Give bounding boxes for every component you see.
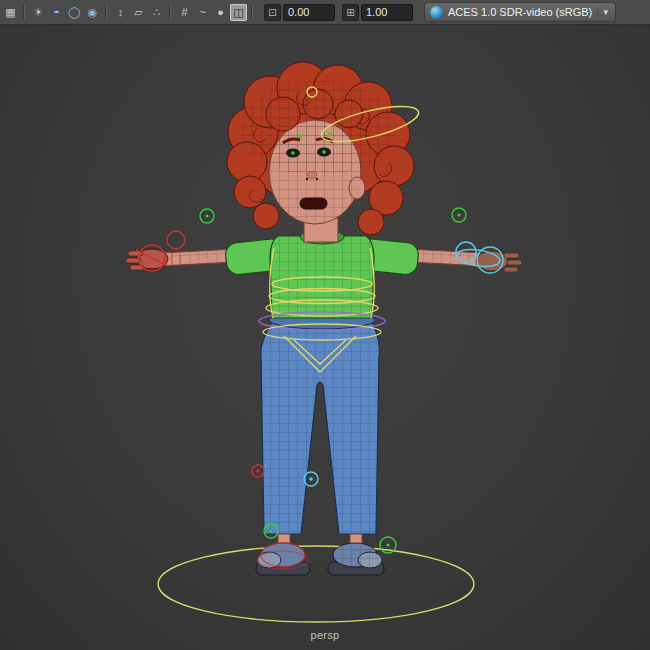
toolbar-separator — [24, 4, 25, 20]
app-grid-icon[interactable]: ▦ — [2, 4, 19, 21]
field-b-input[interactable] — [361, 4, 413, 21]
nose — [308, 172, 317, 179]
toolbar-separator — [170, 4, 171, 20]
field-group-a: ⊡ — [264, 4, 335, 21]
toolbar-separator — [106, 4, 107, 20]
field-group-b: ⊞ — [342, 4, 413, 21]
maya-viewport-window: ▦☀◓◯◉↕▱∴#~●◫ ⊡ ⊞ ACES 1.0 SDR-video (sRG… — [0, 0, 650, 650]
field-b-mode-icon[interactable]: ⊞ — [342, 4, 359, 21]
status-line-toolbar: ▦☀◓◯◉↕▱∴#~●◫ ⊡ ⊞ ACES 1.0 SDR-video (sRG… — [0, 0, 650, 25]
chevron-down-icon[interactable]: ▾ — [597, 7, 613, 17]
shirt — [225, 230, 420, 318]
snap-point-icon[interactable]: ● — [212, 4, 229, 21]
field-a-mode-icon[interactable]: ⊡ — [264, 4, 281, 21]
viewport-canvas[interactable] — [0, 0, 650, 650]
select-hierarchy-icon[interactable]: ↕ — [112, 4, 129, 21]
field-a-input[interactable] — [283, 4, 335, 21]
select-object-icon[interactable]: ▱ — [130, 4, 147, 21]
snap-plane-icon[interactable]: ◫ — [230, 4, 247, 21]
wire-sphere-icon[interactable]: ◯ — [66, 4, 83, 21]
toolbar-icon-strip: ▦☀◓◯◉↕▱∴#~●◫ — [2, 4, 257, 21]
color-management-icon — [430, 6, 443, 19]
mouth — [300, 198, 327, 209]
textured-sphere-icon[interactable]: ◉ — [84, 4, 101, 21]
snap-grid-icon[interactable]: # — [176, 4, 193, 21]
pants — [261, 311, 380, 534]
light-icon[interactable]: ☀ — [30, 4, 47, 21]
shaded-sphere-icon[interactable]: ◓ — [48, 4, 65, 21]
right-shoe — [328, 534, 384, 575]
select-component-icon[interactable]: ∴ — [148, 4, 165, 21]
toolbar-separator — [252, 4, 253, 20]
snap-curve-icon[interactable]: ~ — [194, 4, 211, 21]
color-management-dropdown[interactable]: ACES 1.0 SDR-video (sRGB) ▾ — [424, 2, 616, 22]
left-shoe — [256, 534, 310, 575]
left-wrist-control[interactable] — [167, 231, 185, 249]
camera-name-label[interactable]: persp — [310, 629, 339, 641]
color-management-label: ACES 1.0 SDR-video (sRGB) — [448, 6, 592, 18]
root-control-circle[interactable] — [158, 546, 474, 622]
